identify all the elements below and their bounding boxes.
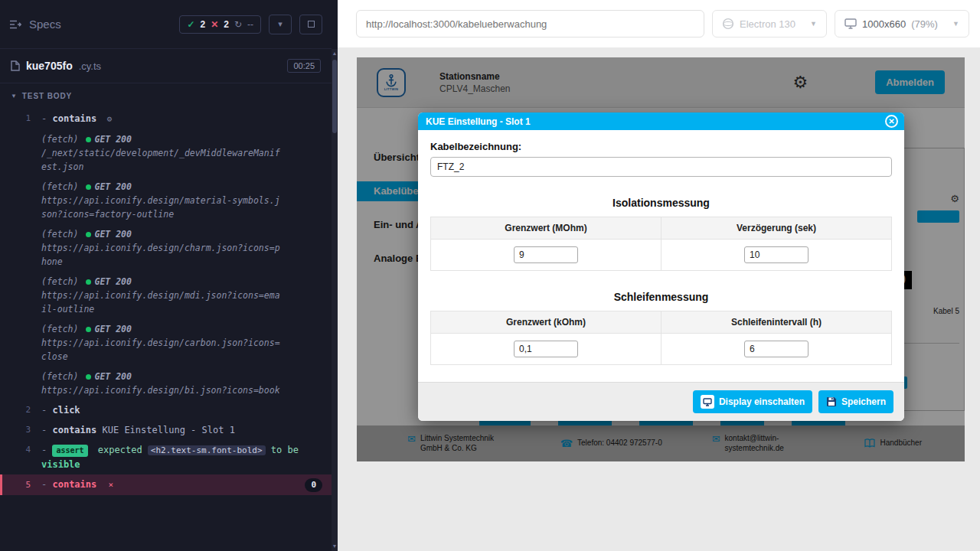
iso-limit-input[interactable] [514, 246, 578, 263]
aut-panel: Electron 130 ▼ 1000x660 (79%) ▼ LITTWIN [338, 0, 980, 551]
fetch-status: GET 200 [94, 324, 131, 334]
command-number: 3 [0, 423, 41, 437]
dialog-body: Kabelbezeichnung: Isolationsmessung Gren… [418, 130, 904, 370]
fetch-log[interactable]: (fetch)GET 200 https://api.iconify.desig… [0, 367, 332, 400]
file-icon [11, 60, 20, 71]
monitor-icon [844, 18, 857, 29]
specs-menu-icon[interactable] [9, 19, 21, 30]
fetch-url: https://api.iconify.design/material-symb… [41, 194, 280, 221]
fetch-log[interactable]: (fetch)GET 200 https://api.iconify.desig… [0, 224, 332, 272]
loop-limit-header: Grenzwert (kOhm) [431, 311, 662, 334]
assert-badge: assert [52, 445, 87, 457]
test-body-section[interactable]: ▼ TEST BODY [0, 83, 332, 106]
spec-name[interactable]: kue705fo [26, 60, 73, 72]
dialog-footer: Display einschalten Speichern [418, 382, 904, 421]
display-button-label: Display einschalten [719, 396, 805, 407]
spec-row: kue705fo .cy.ts 00:25 [0, 49, 332, 83]
assert-mid: to be [271, 445, 299, 455]
loop-limit-input[interactable] [514, 341, 578, 357]
iso-delay-header: Verzögerung (sek) [662, 217, 892, 240]
isolation-table: Grenzwert (MOhm) Verzögerung (sek) [430, 217, 892, 271]
fetch-prefix: (fetch) [41, 324, 78, 334]
loop-interval-input[interactable] [744, 341, 808, 357]
command-number: 2 [0, 403, 41, 417]
scroll-up-arrow[interactable]: ▲ [332, 49, 338, 58]
command-contains-1[interactable]: 1 - contains ⚙ [0, 109, 332, 129]
browser-selector[interactable]: Electron 130 ▼ [712, 10, 827, 37]
command-contains-2[interactable]: 3 - contains KUE Einstellung - Slot 1 [0, 420, 332, 440]
dialog-title: KUE Einstellung - Slot 1 [426, 116, 531, 127]
loop-section-title: Schleifenmessung [430, 291, 892, 303]
cypress-reporter: Specs ✓ 2 ✕ 2 ↻ -- ▾ kue705fo .cy.ts [0, 0, 338, 551]
pending-icon: ↻ [234, 19, 242, 30]
fetch-prefix: (fetch) [41, 371, 78, 382]
sidebar-scrollbar: ▲ ▼ [332, 49, 338, 551]
viewport-zoom: (79%) [911, 18, 938, 30]
save-button-label: Speichern [841, 396, 886, 407]
test-stats: ✓ 2 ✕ 2 ↻ -- [179, 15, 261, 34]
command-contains-failed[interactable]: 5 - contains × 0 [0, 474, 332, 495]
element-count-badge: 0 [305, 478, 322, 492]
fail-x-icon: × [109, 480, 114, 490]
fetch-status: GET 200 [94, 134, 131, 145]
fetch-log[interactable]: (fetch)GET 200 https://api.iconify.desig… [0, 272, 332, 319]
fetch-url: /_next/static/development/_devMiddleware… [41, 146, 280, 174]
screen: Specs ✓ 2 ✕ 2 ↻ -- ▾ kue705fo .cy.ts [0, 0, 980, 551]
fetch-log[interactable]: (fetch)GET 200 https://api.iconify.desig… [0, 319, 332, 367]
fetch-log[interactable]: (fetch)GET 200 https://api.iconify.desig… [0, 177, 332, 224]
runner-header: Specs ✓ 2 ✕ 2 ↻ -- ▾ [0, 0, 332, 49]
failed-icon: ✕ [211, 19, 218, 30]
fetch-url: https://api.iconify.design/charm.json?ic… [41, 241, 280, 269]
fetch-prefix: (fetch) [41, 134, 78, 145]
scroll-down-arrow[interactable]: ▼ [332, 542, 338, 551]
command-name: click [52, 405, 80, 416]
kue-settings-dialog: KUE Einstellung - Slot 1 ✕ Kabelbezeichn… [418, 112, 904, 421]
display-on-button[interactable]: Display einschalten [693, 390, 812, 413]
fetch-status: GET 200 [94, 276, 131, 287]
table-row [431, 240, 892, 271]
chevron-down-icon: ▼ [11, 93, 18, 99]
status-dot-icon [86, 374, 91, 380]
url-input[interactable] [356, 10, 704, 37]
close-icon[interactable]: ✕ [885, 115, 898, 128]
status-dot-icon [86, 327, 91, 332]
fetch-prefix: (fetch) [41, 229, 78, 240]
command-log: 1 - contains ⚙ (fetch)GET 200 /_next/sta… [0, 106, 332, 495]
passed-icon: ✓ [187, 19, 194, 30]
status-dot-icon [86, 279, 91, 285]
loop-table: Grenzwert (kOhm) Schleifenintervall (h) [430, 311, 892, 365]
pending-count: -- [247, 19, 253, 30]
scroll-thumb[interactable] [332, 60, 337, 133]
fetch-url: https://api.iconify.design/carbon.json?i… [41, 336, 280, 364]
fetch-log[interactable]: (fetch)GET 200 /_next/static/development… [0, 129, 332, 177]
command-name: contains [52, 479, 96, 490]
collapse-button[interactable]: ▾ [269, 15, 292, 34]
command-number: 4 [0, 443, 41, 471]
command-dash: - [41, 113, 47, 124]
cable-name-label: Kabelbezeichnung: [430, 141, 892, 152]
passed-count: 2 [201, 19, 206, 30]
status-dot-icon [86, 137, 91, 142]
browser-icon [722, 18, 734, 30]
stop-icon [308, 21, 315, 28]
stop-button[interactable] [299, 15, 322, 34]
reporter-content: Specs ✓ 2 ✕ 2 ↻ -- ▾ kue705fo .cy.ts [0, 0, 332, 551]
cable-name-input[interactable] [430, 157, 892, 177]
command-assert[interactable]: 4 - assert expected <h2.text-sm.font-bol… [0, 440, 332, 474]
command-click[interactable]: 2 - click [0, 400, 332, 420]
status-dot-icon [86, 232, 91, 237]
assert-state: visible [41, 459, 80, 470]
iso-delay-input[interactable] [744, 246, 808, 263]
viewport-selector[interactable]: 1000x660 (79%) ▼ [835, 10, 969, 37]
spec-ext: .cy.ts [79, 60, 101, 72]
save-floppy-icon [826, 396, 837, 407]
command-body: - contains ⚙ [41, 112, 332, 126]
save-button[interactable]: Speichern [818, 390, 893, 413]
fetch-url: https://api.iconify.design/mdi.json?icon… [41, 289, 280, 316]
chevron-down-icon: ▼ [810, 20, 817, 28]
command-number: 5 [2, 478, 41, 492]
table-row [431, 334, 892, 365]
test-body-label: TEST BODY [22, 92, 72, 100]
browser-label: Electron 130 [740, 18, 795, 30]
fetch-status: GET 200 [94, 229, 131, 240]
